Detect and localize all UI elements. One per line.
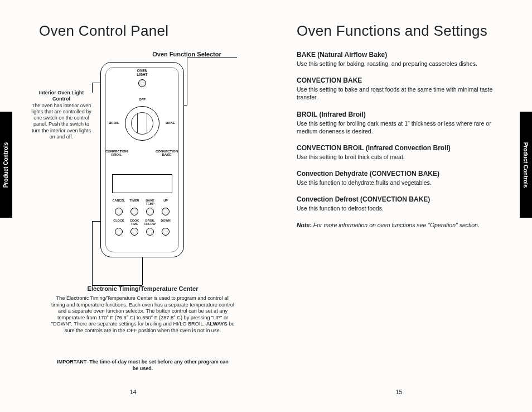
- callout-line: [142, 257, 143, 285]
- panel-button-icon: [115, 228, 123, 236]
- control-panel-diagram: OVENLIGHT OFF BAKE BROIL CONVECTIONBAKE …: [100, 62, 184, 257]
- dial-conv-broil-label: CONVECTIONBROIL: [105, 150, 128, 156]
- panel-button-icon: [162, 208, 170, 215]
- display-rect-icon: [112, 174, 172, 193]
- btn-label: DOWN: [158, 219, 173, 226]
- panel-button-icon: [146, 208, 154, 215]
- note-block: Note: For more information on oven funct…: [297, 221, 493, 229]
- setting-block: CONVECTION BAKEUse this setting to bake …: [297, 76, 493, 101]
- page-title-right: Oven Functions and Settings: [297, 22, 493, 40]
- panel-button-icon: [146, 228, 154, 236]
- panel-button-icon: [130, 208, 138, 215]
- setting-body: Use this function to defrost foods.: [297, 204, 493, 212]
- setting-heading: Convection Dehydrate (CONVECTION BAKE): [297, 170, 493, 178]
- page-left: Oven Control Panel Oven Function Selecto…: [0, 0, 266, 412]
- btn-label: CLOCK: [111, 219, 127, 226]
- btn-label: TIMER: [127, 199, 142, 205]
- panel-button-icon: [162, 228, 170, 236]
- callout-line: [92, 221, 93, 285]
- dial-off-label: OFF: [139, 98, 146, 101]
- interior-light-callout: Interior Oven Light Control The oven has…: [31, 90, 92, 140]
- callout-line: [92, 83, 93, 93]
- interior-light-heading: Interior Oven Light Control: [31, 90, 92, 103]
- setting-body: Use this setting for baking, roasting, a…: [297, 60, 493, 68]
- etc-heading: Electronic Timing/Temperature Center: [39, 285, 246, 292]
- btn-label: BAKETEMP: [142, 199, 158, 205]
- callout-line: [187, 58, 187, 105]
- setting-block: CONVECTION BROIL (Infrared Convection Br…: [297, 144, 493, 161]
- setting-heading: Convection Defrost (CONVECTION BAKE): [297, 195, 493, 203]
- btn-label: BROILHI/LOW: [142, 219, 158, 226]
- btn-label: COOKTIME: [127, 219, 142, 226]
- btn-label: CANCEL: [111, 199, 127, 205]
- etc-body: The Electronic Timing/Temperature Center…: [50, 295, 235, 334]
- page-right: Oven Functions and Settings BAKE (Natura…: [266, 0, 532, 412]
- setting-heading: BROIL (Infrared Broil): [297, 111, 493, 118]
- function-selector-label: Oven Function Selector: [137, 51, 237, 58]
- setting-block: Convection Defrost (CONVECTION BAKE)Use …: [297, 195, 493, 212]
- page-title-left: Oven Control Panel: [39, 22, 246, 40]
- setting-body: Use this setting to broil thick cuts of …: [297, 153, 493, 161]
- note-bold: Note:: [297, 222, 312, 228]
- setting-block: Convection Dehydrate (CONVECTION BAKE)Us…: [297, 170, 493, 186]
- setting-block: BROIL (Infrared Broil)Use this setting f…: [297, 111, 493, 135]
- page-number-left: 14: [129, 389, 136, 395]
- page-number-right: 15: [395, 389, 402, 395]
- setting-body: Use this setting for broiling dark meats…: [297, 119, 493, 135]
- setting-block: BAKE (Natural Airflow Bake)Use this sett…: [297, 51, 493, 68]
- panel-button-icon: [115, 208, 123, 215]
- dial-bake-label: BAKE: [166, 121, 175, 124]
- function-dial-icon: [125, 106, 159, 141]
- dial-broil-label: BROIL: [109, 121, 119, 124]
- etc-important: IMPORTANT–The time-of-day must be set be…: [56, 359, 230, 372]
- note-italic: For more information on oven functions s…: [312, 222, 480, 228]
- setting-heading: CONVECTION BAKE: [297, 76, 493, 84]
- button-grid: CANCEL TIMER BAKETEMP UP CLOCK COOKTIME …: [111, 199, 173, 238]
- btn-label: UP: [158, 199, 173, 205]
- etc-body-bold: ALWAYS: [206, 321, 228, 327]
- setting-heading: BAKE (Natural Airflow Bake): [297, 51, 493, 59]
- dial-conv-bake-label: CONVECTIONBAKE: [156, 150, 178, 156]
- oven-light-button-icon: [138, 79, 146, 87]
- panel-button-icon: [130, 228, 138, 236]
- setting-heading: CONVECTION BROIL (Infrared Convection Br…: [297, 144, 493, 152]
- settings-list: BAKE (Natural Airflow Bake)Use this sett…: [297, 51, 493, 212]
- setting-body: Use this function to dehydrate fruits an…: [297, 179, 493, 186]
- oven-light-label: OVENLIGHT: [101, 69, 183, 76]
- interior-light-body: The oven has interior oven lights that a…: [31, 103, 92, 141]
- setting-body: Use this setting to bake and roast foods…: [297, 85, 493, 101]
- callout-line: [187, 58, 237, 58]
